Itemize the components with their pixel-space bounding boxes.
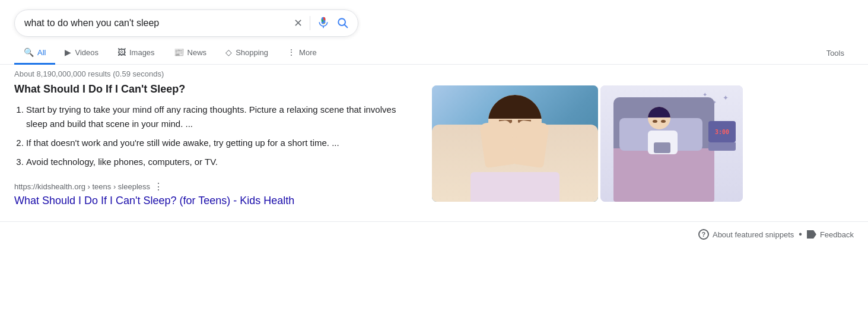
search-bar-area: what to do when you can't sleep ✕ <box>0 0 868 37</box>
more-icon: ⋮ <box>287 47 295 57</box>
shirt <box>470 172 559 202</box>
tab-more-label: More <box>299 48 317 57</box>
eye-right <box>661 120 666 123</box>
tab-shopping[interactable]: ◇ Shopping <box>216 42 278 65</box>
tab-more[interactable]: ⋮ More <box>278 42 326 65</box>
tab-videos[interactable]: ▶ Videos <box>55 42 108 65</box>
images-icon: 🖼 <box>117 47 126 57</box>
sleep-illustration[interactable]: ✦ ✦ ✦ <box>600 85 743 202</box>
list-item: If that doesn't work and you're still wi… <box>26 136 418 150</box>
nav-tabs: 🔍 All ▶ Videos 🖼 Images 📰 News ◇ Shoppin… <box>0 37 868 65</box>
shopping-icon: ◇ <box>225 47 232 57</box>
search-submit-icon[interactable] <box>336 17 348 30</box>
tab-news[interactable]: 📰 News <box>164 42 217 65</box>
dot-separator: • <box>799 229 802 240</box>
sleep-image-art <box>432 85 598 202</box>
source-more-icon[interactable]: ⋮ <box>154 181 163 192</box>
image-panel: ✦ ✦ ✦ <box>432 85 743 202</box>
hand-right <box>513 120 549 169</box>
result-link[interactable]: What Should I Do If I Can't Sleep? (for … <box>14 195 418 207</box>
feedback-label: Feedback <box>820 230 854 239</box>
snippet-list: Start by trying to take your mind off an… <box>26 103 418 169</box>
clear-icon[interactable]: ✕ <box>294 17 303 30</box>
list-item: Avoid technology, like phones, computers… <box>26 155 418 169</box>
person-body <box>648 131 678 154</box>
phone <box>654 142 670 153</box>
person-hair <box>648 107 670 117</box>
clock: 3:00 <box>708 121 736 142</box>
hands <box>482 122 548 166</box>
about-snippets-label: About featured snippets <box>713 230 794 239</box>
sleep-photo[interactable] <box>432 85 598 202</box>
hand-left <box>479 120 516 169</box>
blanket <box>613 148 714 202</box>
star1: ✦ <box>723 94 729 102</box>
tab-all[interactable]: 🔍 All <box>14 42 55 65</box>
info-icon: ? <box>698 229 709 240</box>
tab-videos-label: Videos <box>75 48 98 57</box>
about-featured-snippets[interactable]: ? About featured snippets <box>698 229 794 240</box>
all-icon: 🔍 <box>24 47 34 57</box>
nightstand: 3:00 <box>708 121 736 151</box>
illust-image-art: ✦ ✦ ✦ <box>600 85 743 202</box>
divider <box>310 16 310 30</box>
tab-images[interactable]: 🖼 Images <box>108 42 164 65</box>
tab-shopping-label: Shopping <box>236 48 268 57</box>
clock-time: 3:00 <box>715 129 729 135</box>
feedback-icon <box>807 230 816 239</box>
main-content: What Should I Do If I Can't Sleep? Start… <box>0 83 868 207</box>
tools-tab[interactable]: Tools <box>817 43 854 63</box>
source-link-area: https://kidshealth.org › teens › sleeple… <box>14 181 418 192</box>
eye-left <box>653 120 657 123</box>
search-box: what to do when you can't sleep ✕ <box>14 9 358 37</box>
snippet-title: What Should I Do If I Can't Sleep? <box>14 83 418 96</box>
news-icon: 📰 <box>174 47 184 57</box>
videos-icon: ▶ <box>65 47 71 57</box>
results-count: About 8,190,000,000 results (0.59 second… <box>0 65 868 83</box>
hair <box>488 95 542 119</box>
person-head <box>648 107 670 129</box>
search-input[interactable]: what to do when you can't sleep <box>24 18 294 28</box>
tab-all-label: All <box>37 48 46 57</box>
search-icons: ✕ <box>294 16 348 30</box>
tab-images-label: Images <box>129 48 155 57</box>
svg-line-1 <box>345 24 348 27</box>
source-url: https://kidshealth.org › teens › sleeple… <box>14 182 150 191</box>
microphone-icon[interactable] <box>317 17 329 30</box>
list-item: Start by trying to take your mind off an… <box>26 103 418 131</box>
person <box>648 107 678 154</box>
bottom-footer: ? About featured snippets • Feedback <box>0 221 868 247</box>
featured-snippet: What Should I Do If I Can't Sleep? Start… <box>14 83 418 207</box>
feedback-button[interactable]: Feedback <box>807 230 854 239</box>
stand <box>708 142 736 151</box>
tab-news-label: News <box>187 48 207 57</box>
